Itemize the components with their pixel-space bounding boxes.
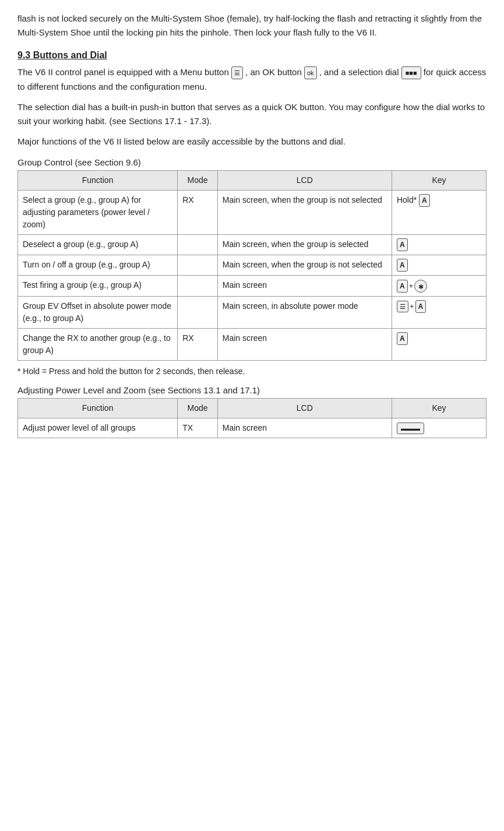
table-cell-mode	[178, 255, 218, 276]
table-cell-lcd: Main screen, when the group is not selec…	[217, 190, 392, 234]
table-header-row: Function Mode LCD Key	[18, 170, 487, 190]
table-cell-function: Test firing a group (e.g., group A)	[18, 276, 178, 296]
hold-text: Hold*	[397, 195, 419, 205]
section-para3: Major functions of the V6 II listed belo…	[17, 135, 487, 149]
dial-icon: ■■■	[401, 66, 421, 79]
key-menu-icon: ☰	[397, 301, 408, 313]
th-function: Function	[18, 170, 178, 190]
table-cell-key: ☰+A	[392, 296, 486, 328]
table-cell-lcd: Main screen, in absolute power mode	[217, 296, 392, 328]
table-cell-function: Deselect a group (e.g., group A)	[18, 234, 178, 255]
table-row: Adjust power level of all groupsTXMain s…	[18, 418, 487, 438]
adjusting-header-row: Function Mode LCD Key	[18, 398, 487, 418]
plus-sign: +	[409, 281, 414, 290]
key-dial-icon: ▬▬▬	[397, 422, 424, 435]
table-cell-lcd: Main screen	[217, 276, 392, 296]
section-para1: The V6 II control panel is equipped with…	[17, 65, 487, 94]
intro-paragraph: flash is not locked securely on the Mult…	[17, 12, 487, 40]
table-cell-function: Group EV Offset in absolute power mode (…	[18, 296, 178, 328]
group-control-table: Function Mode LCD Key Select a group (e.…	[17, 170, 487, 361]
para1-end: , and a selection dial	[319, 67, 399, 77]
table-cell-mode: TX	[178, 418, 218, 438]
adj-th-key: Key	[392, 398, 486, 418]
adjusting-label: Adjusting Power Level and Zoom (see Sect…	[17, 385, 487, 395]
adjusting-section: Adjusting Power Level and Zoom (see Sect…	[17, 385, 487, 439]
table-cell-key: A	[392, 328, 486, 360]
group-control-footnote: * Hold = Press and hold the button for 2…	[17, 367, 487, 376]
adj-th-function: Function	[18, 398, 178, 418]
th-mode: Mode	[178, 170, 218, 190]
table-cell-lcd: Main screen	[217, 328, 392, 360]
table-cell-lcd: Main screen, when the group is not selec…	[217, 255, 392, 276]
key-circle-icon: ✱	[414, 280, 427, 293]
plus-sign: +	[410, 302, 414, 311]
section-body: The V6 II control panel is equipped with…	[17, 65, 487, 149]
table-cell-function: Change the RX to another group (e.g., to…	[18, 328, 178, 360]
table-cell-mode: RX	[178, 190, 218, 234]
th-key: Key	[392, 170, 486, 190]
table-row: Test firing a group (e.g., group A)Main …	[18, 276, 487, 296]
table-cell-key: A	[392, 234, 486, 255]
key-a-icon: A	[397, 280, 408, 293]
table-cell-function: Turn on / off a group (e.g., group A)	[18, 255, 178, 276]
table-cell-key: A+✱	[392, 276, 486, 296]
adj-th-mode: Mode	[178, 398, 218, 418]
table-cell-key: Hold* A	[392, 190, 486, 234]
menu-button-icon: ☰	[231, 66, 243, 79]
table-cell-mode: RX	[178, 328, 218, 360]
key-a-icon: A	[415, 300, 427, 313]
table-cell-function: Adjust power level of all groups	[18, 418, 178, 438]
group-control-label: Group Control (see Section 9.6)	[17, 157, 487, 167]
section-heading: 9.3 Buttons and Dial	[17, 50, 487, 61]
table-cell-lcd: Main screen	[217, 418, 392, 438]
key-a-icon: A	[397, 332, 408, 345]
table-cell-function: Select a group (e.g., group A) for adjus…	[18, 190, 178, 234]
table-cell-mode	[178, 234, 218, 255]
key-a-icon: A	[419, 194, 430, 207]
adj-th-lcd: LCD	[217, 398, 392, 418]
key-a-icon: A	[397, 238, 408, 251]
table-cell-lcd: Main screen, when the group is selected	[217, 234, 392, 255]
table-row: Group EV Offset in absolute power mode (…	[18, 296, 487, 328]
table-row: Turn on / off a group (e.g., group A)Mai…	[18, 255, 487, 276]
table-cell-key: ▬▬▬	[392, 418, 486, 438]
table-row: Change the RX to another group (e.g., to…	[18, 328, 487, 360]
table-row: Select a group (e.g., group A) for adjus…	[18, 190, 487, 234]
table-row: Deselect a group (e.g., group A)Main scr…	[18, 234, 487, 255]
th-lcd: LCD	[217, 170, 392, 190]
adjusting-table: Function Mode LCD Key Adjust power level…	[17, 398, 487, 439]
table-cell-mode	[178, 276, 218, 296]
key-a-icon: A	[397, 259, 408, 272]
table-cell-key: A	[392, 255, 486, 276]
para1-text: The V6 II control panel is equipped with…	[17, 67, 229, 77]
section-para2: The selection dial has a built-in push-i…	[17, 100, 487, 129]
table-cell-mode	[178, 296, 218, 328]
ok-button-icon: ok	[304, 66, 317, 79]
para1-mid: , an OK button	[245, 67, 302, 77]
